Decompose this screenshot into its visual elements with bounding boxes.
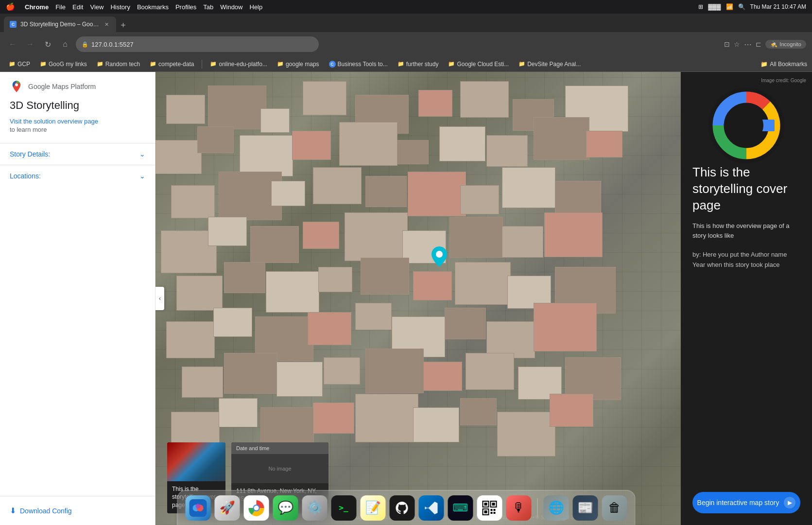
sidebar-platform-name: Google Maps Platform bbox=[28, 83, 96, 90]
reload-button[interactable]: ↻ bbox=[41, 37, 54, 51]
apple-menu[interactable]: 🍎 bbox=[6, 2, 15, 11]
svg-rect-24 bbox=[493, 509, 495, 511]
chrome-icon: C bbox=[329, 61, 336, 68]
menu-window[interactable]: Window bbox=[220, 3, 242, 11]
active-tab[interactable]: C 3D Storytelling Demo – Goo… ✕ bbox=[4, 17, 116, 32]
locations-label: Locations: bbox=[10, 172, 41, 180]
map-location-pin bbox=[432, 246, 447, 262]
bookmark-label: GooG my links bbox=[49, 61, 87, 68]
menu-file[interactable]: File bbox=[55, 3, 66, 11]
story-details-section[interactable]: Story Details: ⌄ bbox=[0, 143, 155, 165]
sidebar-toggle[interactable]: ⊏ bbox=[756, 40, 761, 48]
bookmark-gcp[interactable]: 📁 GCP bbox=[5, 59, 34, 69]
dock-finder[interactable] bbox=[185, 495, 210, 521]
dock-settings[interactable]: ⚙️ bbox=[302, 495, 327, 521]
dock-chrome[interactable] bbox=[243, 495, 269, 521]
svg-point-9 bbox=[729, 108, 763, 142]
dock-launchpad[interactable]: 🚀 bbox=[214, 495, 240, 521]
dock-browser2[interactable]: 🌐 bbox=[543, 495, 569, 521]
dock-notes[interactable]: 📝 bbox=[360, 495, 385, 521]
new-tab-button[interactable]: + bbox=[116, 18, 130, 32]
tab-title: 3D Storytelling Demo – Goo… bbox=[20, 21, 99, 28]
battery-icon: ▓▓▓ bbox=[708, 3, 721, 10]
locations-section[interactable]: Locations: ⌄ bbox=[0, 165, 155, 187]
dock-imessage[interactable]: 💬 bbox=[273, 495, 298, 521]
svg-rect-23 bbox=[490, 509, 492, 511]
folder-icon: 📁 bbox=[150, 61, 156, 67]
bookmark-compete-data[interactable]: 📁 compete-data bbox=[146, 59, 198, 69]
back-button[interactable]: ← bbox=[6, 37, 19, 51]
menu-chrome[interactable]: Chrome bbox=[25, 3, 49, 11]
sidebar-footer: ⬇ Download Config bbox=[0, 496, 155, 525]
download-icon: ⬇ bbox=[10, 506, 16, 515]
sidebar-collapse-button[interactable]: ‹ bbox=[155, 287, 164, 310]
menu-edit[interactable]: Edit bbox=[72, 3, 83, 11]
control-center-icon[interactable]: ⊞ bbox=[698, 3, 703, 10]
dock-github[interactable] bbox=[389, 495, 415, 521]
story-panel: Image credit: Google This is the storyte… bbox=[681, 72, 812, 525]
macos-menubar: 🍎 Chrome File Edit View History Bookmark… bbox=[0, 0, 812, 14]
dock-separator bbox=[537, 498, 537, 518]
dock-mic[interactable]: 🎙 bbox=[506, 495, 531, 521]
folder-icon: 📁 bbox=[40, 61, 47, 67]
learn-more-text: to learn more bbox=[0, 126, 155, 133]
bookmark-business[interactable]: C Business Tools to... bbox=[325, 59, 392, 69]
menubar-right-icons: ⊞ ▓▓▓ 📶 🔍 Thu Mar 21 10:47 AM bbox=[698, 3, 806, 10]
home-button[interactable]: ⌂ bbox=[58, 37, 72, 51]
dock-cursor[interactable]: ⌨ bbox=[448, 495, 473, 521]
bookmarks-separator bbox=[202, 60, 202, 69]
cast-icon[interactable]: ⊡ bbox=[724, 40, 730, 48]
wifi-icon[interactable]: 📶 bbox=[726, 3, 733, 10]
menu-help[interactable]: Help bbox=[250, 3, 263, 11]
begin-btn-arrow-icon: ▶ bbox=[784, 497, 795, 508]
tab-close-button[interactable]: ✕ bbox=[103, 20, 110, 28]
more-icon[interactable]: ⋯ bbox=[744, 40, 752, 49]
download-config-button[interactable]: ⬇ Download Config bbox=[10, 504, 72, 517]
bookmark-further-study[interactable]: 📁 further study bbox=[394, 59, 443, 69]
folder-icon: 📁 bbox=[760, 61, 768, 68]
bookmark-gcloud[interactable]: 📁 Google Cloud Esti... bbox=[444, 59, 513, 69]
folder-icon: 📁 bbox=[277, 61, 284, 67]
menu-tab[interactable]: Tab bbox=[203, 3, 213, 11]
bookmark-devsite[interactable]: 📁 DevSite Page Anal... bbox=[515, 59, 585, 69]
all-bookmarks-label: All Bookmarks bbox=[770, 61, 807, 68]
sidebar-header: Google Maps Platform bbox=[0, 72, 155, 97]
search-icon[interactable]: 🔍 bbox=[738, 3, 745, 10]
bookmark-edu[interactable]: 📁 online-edu-platfo... bbox=[206, 59, 271, 69]
data-card-header: Date and time bbox=[231, 442, 328, 454]
story-cover-description: This is how the overview page of a story… bbox=[692, 221, 800, 240]
bookmark-gmaps[interactable]: 📁 google maps bbox=[273, 59, 323, 69]
dock-news[interactable]: 📰 bbox=[572, 495, 598, 521]
bookmark-label: GCP bbox=[17, 61, 30, 68]
folder-icon: 📁 bbox=[448, 61, 455, 67]
folder-icon: 📁 bbox=[518, 61, 525, 67]
sidebar-title: 3D Storytelling bbox=[0, 97, 155, 112]
story-details-label: Story Details: bbox=[10, 150, 50, 158]
menu-profiles[interactable]: Profiles bbox=[175, 3, 196, 11]
menu-history[interactable]: History bbox=[110, 3, 130, 11]
google-maps-logo bbox=[10, 80, 23, 93]
star-icon[interactable]: ☆ bbox=[734, 40, 740, 48]
dock-trash[interactable]: 🗑 bbox=[602, 495, 627, 521]
bookmark-label: Random tech bbox=[105, 61, 140, 68]
menu-bookmarks[interactable]: Bookmarks bbox=[137, 3, 169, 11]
bookmark-random-tech[interactable]: 📁 Random tech bbox=[93, 59, 144, 69]
svg-point-1 bbox=[436, 251, 443, 258]
dock-vscode[interactable] bbox=[418, 495, 444, 521]
macos-dock: 🚀 💬 ⚙️ >_ 📝 ⌨ bbox=[177, 490, 635, 525]
bookmark-goog-links[interactable]: 📁 GooG my links bbox=[36, 59, 91, 69]
menu-items: Chrome File Edit View History Bookmarks … bbox=[25, 3, 691, 11]
begin-story-button[interactable]: Begin interactive map story ▶ bbox=[692, 492, 800, 513]
dock-terminal[interactable]: >_ bbox=[331, 495, 356, 521]
menu-view[interactable]: View bbox=[90, 3, 104, 11]
forward-button[interactable]: → bbox=[23, 37, 37, 51]
solution-overview-link[interactable]: Visit the solution overview page bbox=[0, 118, 155, 125]
dock-qr[interactable] bbox=[477, 495, 502, 521]
nav-right-icons: ⊡ ☆ ⋯ ⊏ 🕵 Incognito bbox=[724, 40, 806, 49]
address-bar[interactable]: 🔒 127.0.0.1:5527 bbox=[76, 36, 319, 52]
bookmark-label: online-edu-platfo... bbox=[219, 61, 267, 68]
image-credit: Image credit: Google bbox=[761, 78, 806, 83]
all-bookmarks[interactable]: 📁 All Bookmarks bbox=[760, 61, 807, 68]
incognito-badge: 🕵 Incognito bbox=[765, 40, 806, 49]
map-container[interactable]: ‹ This is the storytelling cover page Da… bbox=[155, 72, 681, 525]
